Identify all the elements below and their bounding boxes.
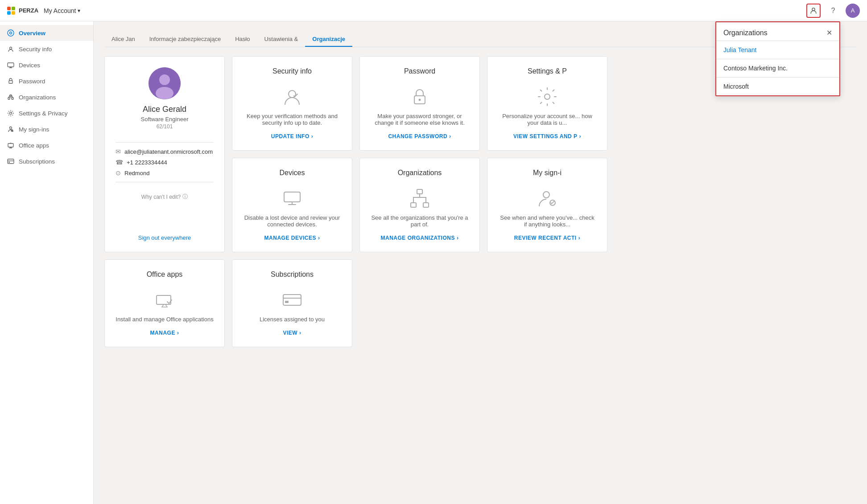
tab-informacje[interactable]: Informacje zabezpieczające	[142, 32, 228, 47]
subscriptions-card-title: Subscriptions	[271, 270, 314, 279]
org-popover-header: Organizations ✕	[716, 22, 839, 41]
security-info-desc: Keep your verification methods and secur…	[243, 113, 341, 126]
change-password-link[interactable]: CHANGE PASSWORD ›	[388, 133, 451, 139]
organizations-card: Organizations See all the organizations …	[359, 158, 480, 252]
logo-grid-icon	[7, 7, 15, 15]
subscriptions-card-icon	[281, 289, 303, 311]
devices-card-icon	[281, 188, 303, 209]
profile-name: Alice Gerald	[143, 105, 186, 114]
organizations-button[interactable]	[806, 4, 821, 18]
org-item-microsoft[interactable]: Microsoft	[716, 78, 839, 95]
topbar: PERZA My Account ▾ ? A	[0, 0, 867, 21]
view-subscriptions-link[interactable]: VIEW ›	[283, 330, 301, 336]
sign-ins-desc: See when and where you've... check if an…	[498, 214, 596, 228]
contact-phone: +1 2223334444	[127, 159, 167, 166]
sign-ins-card-title: My sign-i	[533, 169, 561, 177]
org-item-contoso[interactable]: Contoso Marketing Inc.	[716, 59, 839, 77]
svg-rect-23	[417, 189, 422, 194]
sidebar-item-office-apps[interactable]: Office apps	[0, 137, 93, 153]
password-card-title: Password	[404, 67, 435, 75]
settings-desc: Personalize your account se... how your …	[498, 113, 596, 126]
svg-rect-6	[8, 98, 10, 99]
contact-email-row: ✉ alice@juliatenant.onmicrosoft.com	[116, 148, 214, 155]
sidebar-item-settings-privacy[interactable]: Settings & Privacy	[0, 105, 93, 121]
info-icon: ⓘ	[182, 193, 188, 201]
svg-rect-5	[9, 81, 12, 83]
arrow-icon: ›	[177, 330, 179, 336]
tab-ustawienia[interactable]: Ustawienia &	[257, 32, 305, 47]
office-apps-icon	[7, 142, 14, 149]
svg-point-10	[10, 127, 12, 129]
settings-icon	[7, 110, 14, 117]
my-account-title[interactable]: My Account ▾	[44, 7, 80, 14]
sign-ins-icon	[7, 126, 14, 133]
arrow-icon: ›	[457, 235, 459, 241]
svg-rect-29	[283, 295, 301, 305]
org-popover-close-button[interactable]: ✕	[826, 29, 832, 37]
devices-card-title: Devices	[280, 169, 305, 177]
email-icon: ✉	[116, 148, 121, 155]
subscriptions-icon	[7, 158, 14, 165]
contact-email: alice@juliatenant.onmicrosoft.com	[124, 148, 213, 155]
tab-haslo[interactable]: Hasło	[228, 32, 257, 47]
svg-point-9	[10, 112, 12, 115]
password-card-icon	[409, 86, 430, 107]
security-info-card-title: Security info	[272, 67, 312, 75]
tab-alice-jan[interactable]: Alice Jan	[104, 32, 142, 47]
overview-icon	[7, 29, 14, 37]
devices-icon	[7, 61, 14, 69]
arrow-icon: ›	[578, 235, 581, 241]
office-apps-card: Office apps Install and manage Office ap…	[104, 259, 225, 347]
why-cant-edit[interactable]: Why can't I edit? ⓘ	[141, 193, 188, 201]
sidebar-item-subscriptions[interactable]: Subscriptions	[0, 153, 93, 169]
manage-office-link[interactable]: MANAGE ›	[150, 330, 179, 336]
settings-card-icon	[537, 86, 558, 107]
svg-point-0	[812, 8, 815, 11]
svg-rect-24	[411, 203, 416, 207]
sidebar: Overview Security info Devices Password …	[0, 21, 94, 504]
security-info-icon	[7, 45, 14, 53]
avatar-image	[149, 67, 181, 99]
svg-rect-8	[12, 98, 13, 99]
update-info-link[interactable]: UPDATE INFO ›	[271, 133, 313, 139]
topbar-left: PERZA My Account ▾	[7, 7, 80, 15]
sidebar-item-my-sign-ins[interactable]: My sign-ins	[0, 121, 93, 137]
user-avatar[interactable]: A	[846, 4, 860, 18]
profile-dept: 62/101	[157, 123, 173, 130]
help-icon: ?	[831, 7, 835, 15]
sign-out-everywhere[interactable]: Sign out everywhere	[138, 225, 191, 241]
tab-organizacje[interactable]: Organizacje	[305, 32, 352, 47]
org-icon	[809, 7, 817, 15]
sidebar-item-overview[interactable]: Overview	[0, 25, 93, 41]
sidebar-item-password[interactable]: Password	[0, 73, 93, 89]
org-item-julia-tenant[interactable]: Julia Tenant	[716, 41, 839, 59]
contact-location: Redmond	[124, 170, 149, 176]
manage-devices-link[interactable]: MANAGE DEVICES ›	[264, 235, 320, 241]
organizations-card-title: Organizations	[398, 169, 442, 177]
sidebar-item-organizations[interactable]: Organizations	[0, 89, 93, 105]
organizations-icon	[7, 94, 14, 101]
svg-point-2	[10, 32, 12, 34]
help-button[interactable]: ?	[826, 4, 840, 18]
svg-point-3	[10, 47, 12, 49]
svg-point-1	[8, 30, 14, 36]
organizations-card-icon	[409, 188, 430, 209]
subscriptions-desc: Licenses assigned to you	[260, 316, 325, 323]
password-icon	[7, 78, 14, 85]
arrow-icon: ›	[318, 235, 320, 241]
sidebar-item-security-info[interactable]: Security info	[0, 41, 93, 57]
arrow-icon: ›	[579, 133, 582, 139]
password-card: Password Make your password stronger, or…	[359, 56, 480, 151]
arrow-icon: ›	[449, 133, 451, 139]
review-activity-link[interactable]: REVIEW RECENT ACTI ›	[514, 235, 580, 241]
sign-ins-card-icon	[537, 188, 558, 209]
svg-rect-12	[8, 143, 13, 147]
manage-organizations-link[interactable]: MANAGE ORGANIZATIONS ›	[381, 235, 459, 241]
sidebar-item-devices[interactable]: Devices	[0, 57, 93, 73]
svg-point-17	[156, 87, 173, 99]
topbar-right: ? A	[806, 4, 860, 18]
svg-rect-13	[8, 159, 14, 164]
org-popover-title: Organizations	[723, 29, 768, 37]
organizations-popover: Organizations ✕ Julia Tenant Contoso Mar…	[715, 21, 840, 96]
view-settings-link[interactable]: VIEW SETTINGS AND P ›	[513, 133, 581, 139]
